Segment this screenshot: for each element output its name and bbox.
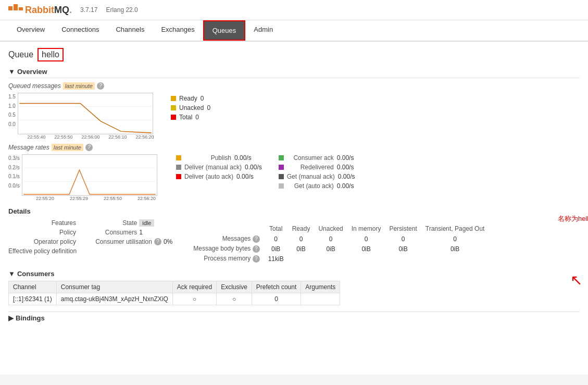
nav-exchanges[interactable]: Exchanges — [153, 20, 203, 41]
body-bytes-help[interactable]: ? — [253, 245, 260, 253]
rate-redelivered: Redelivered 0.00/s — [279, 164, 355, 171]
stats-messages-unacked: 0 — [314, 234, 347, 244]
page-title-row: Queue hello — [8, 48, 580, 61]
stats-process-memory-unacked — [314, 254, 347, 264]
svg-rect-2 — [19, 7, 23, 10]
bindings-section: ▶ Bindings — [8, 312, 580, 324]
stats-body-bytes-persistent: 0iB — [385, 244, 421, 254]
redelivered-value: 0.00/s — [337, 164, 354, 171]
stats-body-bytes-label: Message body bytes ? — [189, 244, 264, 254]
unacked-value: 0 — [207, 104, 210, 111]
redelivered-dot — [279, 165, 284, 170]
rates-left-col: Publish 0.00/s Deliver (manual ack) 0.00… — [176, 154, 262, 190]
bindings-label: Bindings — [16, 314, 45, 322]
queue-name: hello — [37, 48, 64, 61]
consumer-tag-value: amq.ctag-ukBj4N3M_xApzH_NxnZXiQ — [56, 293, 172, 305]
deliver-manual-label: Deliver (manual ack) — [184, 164, 242, 171]
get-manual-value: 0.00/s — [338, 173, 355, 180]
state-row: State idle — [95, 219, 172, 227]
stats-process-memory-transient — [421, 254, 489, 264]
details-middle: State idle Consumers 1 Consumer utilisat… — [95, 219, 172, 264]
page-title-label: Queue — [8, 50, 33, 59]
unacked-label: Unacked — [179, 104, 204, 111]
queued-messages-label: Queued messages — [8, 82, 61, 90]
stats-body-bytes-in-memory: 0iB — [347, 244, 385, 254]
messages-help[interactable]: ? — [253, 235, 260, 243]
col-channel: Channel — [9, 281, 57, 293]
queued-chart-container: 1.5 1.0 0.5 0.0 — [8, 93, 158, 140]
stats-header-total: Total — [264, 223, 288, 234]
message-rates-row: Message rates last minute ? 0.3/s 0.2/s … — [8, 144, 580, 201]
get-auto-value: 0.00/s — [337, 182, 354, 190]
publish-dot — [176, 155, 181, 160]
stats-messages-in-memory: 0 — [347, 234, 385, 244]
rates-help-icon[interactable]: ? — [85, 144, 93, 151]
consumer-prefetch-count: 0 — [252, 293, 301, 305]
publish-label: Publish — [184, 154, 231, 162]
total-value: 0 — [195, 114, 199, 121]
get-auto-label: Get (auto ack) — [287, 182, 334, 190]
get-manual-label: Get (manual ack) — [287, 173, 335, 180]
consumers-section-header[interactable]: ▼ Consumers — [8, 270, 580, 278]
operator-policy-row: Operator policy — [8, 238, 79, 245]
table-row: [::1]:62341 (1) amq.ctag-ukBj4N3M_xApzH_… — [9, 293, 340, 305]
details-right: Total Ready Unacked In memory Persistent… — [189, 219, 489, 264]
consumers-arrow: ▼ — [8, 270, 15, 278]
overview-arrow: ▼ — [8, 68, 15, 76]
stats-header-ready: Ready — [288, 223, 315, 234]
bindings-header[interactable]: ▶ Bindings — [8, 312, 580, 324]
col-ack-required: Ack required — [172, 281, 216, 293]
state-label: State — [95, 219, 137, 227]
message-rates-label: Message rates — [8, 144, 49, 151]
nav-queues[interactable]: Queues — [203, 20, 246, 41]
rates-time-range: last minute — [52, 144, 83, 151]
queued-time-range: last minute — [63, 82, 95, 90]
version: 3.7.17 — [80, 6, 97, 14]
stats-process-memory-ready — [288, 254, 315, 264]
stats-row-body-bytes: Message body bytes ? 0iB 0iB 0iB 0iB 0iB… — [189, 244, 489, 254]
ready-value: 0 — [201, 95, 204, 102]
overview-label: Overview — [17, 68, 47, 76]
nav-admin[interactable]: Admin — [245, 20, 281, 41]
nav: Overview Connections Channels Exchanges … — [0, 20, 588, 42]
consumer-ack-value: 0.00/s — [337, 154, 354, 162]
rates-y-axis: 0.3/s 0.2/s 0.1/s 0.0/s — [8, 154, 22, 196]
col-consumer-tag: Consumer tag — [56, 281, 172, 293]
unacked-dot — [171, 105, 176, 110]
overview-header[interactable]: ▼ Overview — [8, 66, 580, 78]
stats-header-persistent: Persistent — [385, 223, 421, 234]
features-label: Features — [8, 219, 76, 227]
queued-help-icon[interactable]: ? — [97, 82, 104, 90]
get-manual-dot — [279, 174, 284, 179]
col-prefetch-count: Prefetch count — [252, 281, 301, 293]
details-header: Details — [8, 207, 580, 215]
main-content: Queue hello ▼ Overview Queued messages l… — [0, 42, 588, 375]
stats-table: Total Ready Unacked In memory Persistent… — [189, 223, 489, 264]
stats-header-in-memory: In memory — [347, 223, 385, 234]
nav-channels[interactable]: Channels — [107, 20, 153, 41]
nav-connections[interactable]: Connections — [53, 20, 107, 41]
details-left: Features Policy Operator policy Effectiv… — [8, 219, 79, 264]
rate-get-manual: Get (manual ack) 0.00/s — [279, 173, 355, 180]
details-section: Details Features Policy Operator policy — [8, 207, 580, 264]
queued-messages-row: Queued messages last minute ? 1.5 1.0 0.… — [8, 82, 580, 140]
consumer-ack-dot — [279, 155, 284, 160]
logo-icon — [8, 4, 23, 16]
consumers-value: 1 — [139, 229, 143, 236]
bindings-arrow: ▶ — [8, 314, 14, 322]
publish-value: 0.00/s — [234, 154, 252, 162]
total-dot — [171, 115, 176, 120]
message-rates-heading: Message rates last minute ? — [8, 144, 580, 151]
process-memory-help[interactable]: ? — [253, 255, 260, 263]
consumers-section: ▼ Consumers Channel Consumer tag Ack req… — [8, 270, 580, 305]
overview-section: ▼ Overview Queued messages last minute ?… — [8, 66, 580, 201]
consumer-utilisation-help[interactable]: ? — [154, 238, 161, 245]
col-exclusive: Exclusive — [217, 281, 252, 293]
queued-messages-heading: Queued messages last minute ? — [8, 82, 580, 90]
rate-get-auto: Get (auto ack) 0.00/s — [279, 182, 355, 190]
rate-publish: Publish 0.00/s — [176, 154, 262, 162]
deliver-auto-dot — [176, 174, 181, 179]
legend-unacked: Unacked 0 — [171, 104, 210, 111]
nav-overview[interactable]: Overview — [8, 20, 53, 41]
consumer-arguments — [301, 293, 340, 305]
